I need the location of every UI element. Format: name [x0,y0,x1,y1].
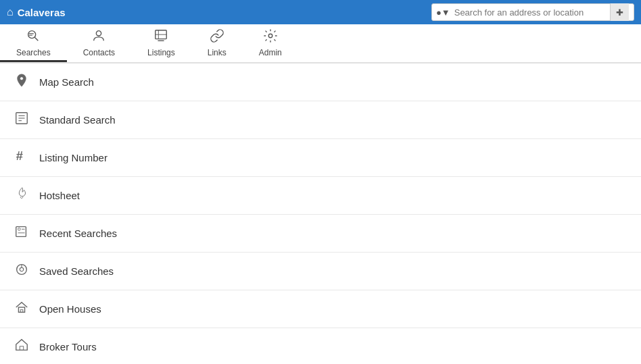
svg-rect-3 [29,35,33,36]
menu-item-hotsheet[interactable]: Hotsheet [0,177,641,215]
tab-admin-label: Admin [259,48,282,57]
menu-item-recent-searches[interactable]: Recent Searches [0,215,641,253]
svg-text:#: # [16,149,23,163]
menu-item-open-houses-label: Open Houses [39,303,101,315]
broker-tours-icon [14,338,30,356]
menu-item-listing-number-label: Listing Number [39,152,108,163]
tab-listings[interactable]: Listings [131,24,191,62]
tab-links-label: Links [208,48,227,57]
standard-search-icon [14,111,30,129]
svg-line-1 [35,37,39,41]
menu-item-hotsheet-label: Hotsheet [39,190,80,201]
nav-tabs: Searches Contacts Listings Links Admin [0,24,641,63]
tab-listings-label: Listings [147,48,175,57]
menu-item-broker-tours-label: Broker Tours [39,341,97,353]
header: ⌂ Calaveras ●▼ ✚ [0,0,641,24]
searches-icon [26,28,41,47]
menu-item-saved-searches-label: Saved Searches [39,265,114,277]
svg-rect-2 [29,33,34,34]
listings-icon [153,28,168,47]
gps-icon: ✚ [616,7,623,18]
gps-button[interactable]: ✚ [610,3,629,21]
address-search-bar[interactable]: ●▼ ✚ [431,3,634,21]
tab-searches-label: Searches [16,48,51,57]
menu-item-recent-searches-label: Recent Searches [39,228,117,239]
open-houses-icon [14,300,30,318]
menu-item-listing-number[interactable]: # Listing Number [0,139,641,177]
location-icon: ●▼ [432,7,454,18]
brand: ⌂ Calaveras [7,6,66,18]
tab-contacts-label: Contacts [83,48,115,57]
recent-searches-icon [14,224,30,242]
contacts-icon [91,28,106,47]
menu-item-map-search[interactable]: Map Search [0,63,641,101]
home-icon: ⌂ [7,6,14,18]
brand-name: Calaveras [18,7,66,18]
tab-contacts[interactable]: Contacts [67,24,131,62]
svg-rect-15 [16,227,26,237]
menu-item-standard-search[interactable]: Standard Search [0,101,641,139]
saved-searches-icon [14,262,30,280]
menu-item-standard-search-label: Standard Search [39,114,116,126]
search-input[interactable] [454,7,610,18]
menu-item-open-houses[interactable]: Open Houses [0,290,641,328]
tab-admin[interactable]: Admin [243,24,298,62]
svg-point-9 [268,34,272,38]
listing-number-icon: # [14,149,30,167]
links-icon [210,28,224,47]
svg-point-4 [97,31,101,36]
menu-item-broker-tours[interactable]: Broker Tours [0,328,641,364]
menu-item-saved-searches[interactable]: Saved Searches [0,253,641,290]
menu-list: Map Search Standard Search # Listing Num… [0,63,641,364]
menu-item-map-search-label: Map Search [39,76,94,88]
hotsheet-icon [14,186,30,205]
tab-links[interactable]: Links [191,24,243,62]
svg-point-0 [28,31,36,38]
tab-searches[interactable]: Searches [0,24,67,62]
map-search-icon [14,73,30,91]
svg-point-16 [18,228,21,231]
svg-point-20 [20,267,24,271]
svg-rect-24 [20,346,24,350]
admin-icon [263,28,278,47]
